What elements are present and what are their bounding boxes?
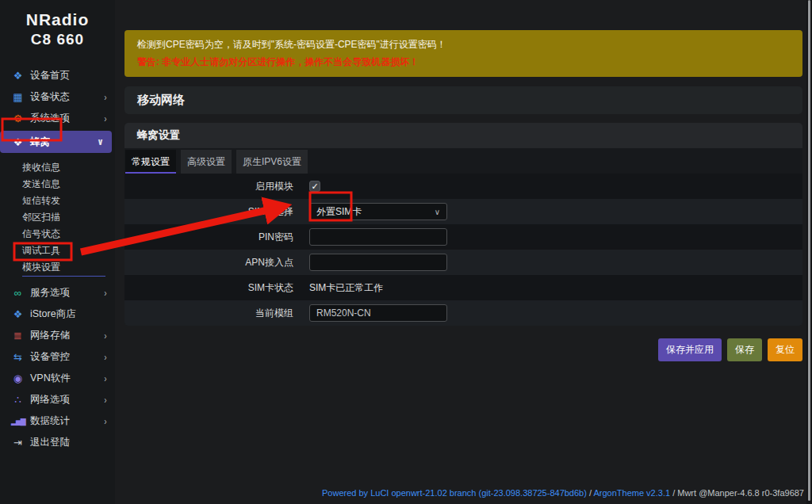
settings-tabs: 常规设置 高级设置 原生IPV6设置: [124, 148, 802, 174]
form-row-sim-select: SIM卡选择 外置SIM卡 ∨: [124, 199, 802, 224]
app-window: NRadio C8 660 ❖ 设备首页 ▦ 设备状态 › ⚙ 系统选项 › ❖…: [0, 0, 812, 504]
enable-module-checkbox[interactable]: ✓: [309, 181, 320, 192]
sliders-icon: ⇆: [11, 351, 25, 363]
pin-password-input[interactable]: [309, 228, 447, 246]
chevron-right-icon: ›: [105, 395, 107, 405]
submenu-item-module-settings[interactable]: 模块设置: [0, 259, 115, 276]
sim-select-dropdown[interactable]: 外置SIM卡 ∨: [309, 203, 447, 220]
submenu-item-neighbor-scan[interactable]: 邻区扫描: [0, 209, 115, 226]
footer-build-info: Mwrt @Manper-4.6.8 r0-3fa9687: [677, 488, 804, 498]
sidebar-item-logout[interactable]: ⇥ 退出登陆: [0, 432, 115, 453]
sidebar-item-label: 系统选项: [30, 112, 104, 125]
field-label: PIN密码: [124, 231, 293, 244]
sidebar-item-cellular[interactable]: ❖ 蜂窝 ∨: [0, 131, 112, 153]
chevron-right-icon: ›: [105, 92, 107, 102]
field-label: APN接入点: [124, 256, 293, 269]
chart-icon: ▂▅▇: [11, 418, 25, 426]
logout-icon: ⇥: [11, 437, 25, 449]
sidebar-item-network-options[interactable]: ∴ 网络选项 ›: [0, 389, 115, 410]
sidebar-item-vpn-software[interactable]: ◉ VPN软件 ›: [0, 368, 115, 389]
chevron-right-icon: ›: [105, 416, 107, 426]
settings-form: 启用模块 ✓ SIM卡选择 外置SIM卡 ∨ PIN密码: [124, 174, 802, 326]
chevron-right-icon: ›: [105, 373, 107, 384]
apn-input[interactable]: [309, 254, 447, 271]
form-row-pin: PIN密码: [124, 224, 802, 250]
chevron-right-icon: ›: [105, 330, 107, 341]
chevron-down-icon: ∨: [435, 208, 440, 216]
sidebar-item-device-home[interactable]: ❖ 设备首页: [0, 65, 115, 86]
field-label: SIM卡选择: [124, 205, 293, 219]
footer-powered-by: Powered by: [322, 488, 370, 498]
section-title: 蜂窝设置: [124, 123, 802, 148]
reset-button[interactable]: 复位: [768, 338, 802, 361]
submenu-item-label: 邻区扫描: [22, 211, 60, 224]
save-button[interactable]: 保存: [727, 338, 762, 361]
cube-icon: ❖: [11, 136, 25, 148]
submenu-item-label: 信号状态: [22, 227, 60, 241]
sidebar-nav: ❖ 设备首页 ▦ 设备状态 › ⚙ 系统选项 › ❖ 蜂窝 ∨ 接收信息: [0, 65, 115, 453]
submenu-item-label: 模块设置: [22, 261, 60, 274]
sidebar-item-data-statistics[interactable]: ▂▅▇ 数据统计 ›: [0, 410, 115, 432]
argon-theme-link[interactable]: ArgonTheme v2.3.1: [593, 488, 670, 498]
sidebar-item-device-control[interactable]: ⇆ 设备管控 ›: [0, 346, 115, 368]
luci-link[interactable]: LuCI openwrt-21.02 branch (git-23.098.38…: [370, 488, 587, 498]
footer: Powered by LuCI openwrt-21.02 branch (gi…: [322, 488, 804, 498]
password-warning-banner: 检测到CPE密码为空，请及时到"系统-密码设置-CPE密码"进行设置密码！ 警告…: [124, 30, 802, 77]
sidebar-item-label: 设备状态: [30, 90, 104, 104]
sidebar-item-device-status[interactable]: ▦ 设备状态 ›: [0, 86, 115, 108]
sidebar-item-istore[interactable]: ❖ iStore商店: [0, 304, 115, 325]
grid-icon: ▦: [11, 91, 25, 103]
sidebar-item-label: VPN软件: [30, 372, 104, 385]
chevron-right-icon: ›: [105, 113, 107, 124]
sidebar: NRadio C8 660 ❖ 设备首页 ▦ 设备状态 › ⚙ 系统选项 › ❖…: [0, 0, 115, 504]
link-icon: ∞: [11, 287, 25, 299]
save-apply-button[interactable]: 保存并应用: [658, 338, 722, 361]
form-row-apn: APN接入点: [124, 250, 802, 275]
chevron-right-icon: ›: [105, 352, 107, 362]
chevron-down-icon: ∨: [98, 136, 104, 147]
current-module-input[interactable]: [309, 304, 447, 322]
sidebar-item-label: 数据统计: [30, 414, 104, 428]
sidebar-item-label: 设备首页: [30, 69, 107, 82]
cellular-submenu: 接收信息 发送信息 短信转发 邻区扫描 信号状态 调试工具 模块: [0, 155, 115, 282]
tab-general-settings[interactable]: 常规设置: [125, 150, 176, 174]
chevron-right-icon: ›: [105, 288, 107, 298]
scrollbar-thumb[interactable]: [808, 0, 810, 501]
gear-icon: ⚙: [11, 113, 25, 124]
submenu-item-sms-forward[interactable]: 短信转发: [0, 193, 115, 209]
tab-advanced-settings[interactable]: 高级设置: [181, 150, 232, 174]
submenu-item-send-info[interactable]: 发送信息: [0, 176, 115, 193]
footer-separator: /: [670, 488, 677, 498]
sidebar-item-service-options[interactable]: ∞ 服务选项 ›: [0, 282, 115, 304]
form-row-enable-module: 启用模块 ✓: [124, 174, 802, 199]
sidebar-item-label: 设备管控: [30, 350, 104, 364]
form-row-current-module: 当前模组: [124, 300, 802, 326]
brand-logo: NRadio C8 660: [0, 10, 115, 49]
cube-icon: ❖: [11, 70, 25, 82]
submenu-item-label: 短信转发: [22, 194, 60, 208]
action-buttons: 保存并应用 保存 复位: [124, 338, 802, 361]
database-icon: ≣: [11, 330, 25, 342]
submenu-item-label: 调试工具: [22, 244, 60, 258]
cellular-settings-section: 蜂窝设置 常规设置 高级设置 原生IPV6设置 启用模块 ✓ SIM卡选择: [124, 123, 802, 326]
sidebar-item-label: 退出登陆: [30, 436, 107, 449]
globe-icon: ◉: [11, 372, 25, 384]
field-label: SIM卡状态: [124, 281, 293, 295]
tab-native-ipv6-settings[interactable]: 原生IPV6设置: [236, 150, 308, 174]
field-label: 启用模块: [124, 180, 293, 193]
submenu-item-label: 发送信息: [22, 178, 60, 191]
brand-line2: C8 660: [0, 30, 115, 49]
submenu-item-signal-status[interactable]: 信号状态: [0, 226, 115, 242]
sidebar-item-network-storage[interactable]: ≣ 网络存储 ›: [0, 325, 115, 346]
sim-status-value: SIM卡已正常工作: [309, 281, 383, 295]
form-row-sim-status: SIM卡状态 SIM卡已正常工作: [124, 275, 802, 300]
sidebar-item-label: 服务选项: [30, 286, 104, 300]
sidebar-item-label: 蜂窝: [30, 136, 97, 149]
sidebar-item-system-options[interactable]: ⚙ 系统选项 ›: [0, 108, 115, 129]
submenu-item-receive-info[interactable]: 接收信息: [0, 159, 115, 176]
banner-info-text: 检测到CPE密码为空，请及时到"系统-密码设置-CPE密码"进行设置密码！: [137, 38, 790, 51]
submenu-item-debug-tools[interactable]: 调试工具: [0, 242, 115, 259]
network-icon: ∴: [11, 394, 25, 406]
cube-icon: ❖: [11, 308, 25, 320]
sim-select-value: 外置SIM卡: [316, 205, 362, 219]
